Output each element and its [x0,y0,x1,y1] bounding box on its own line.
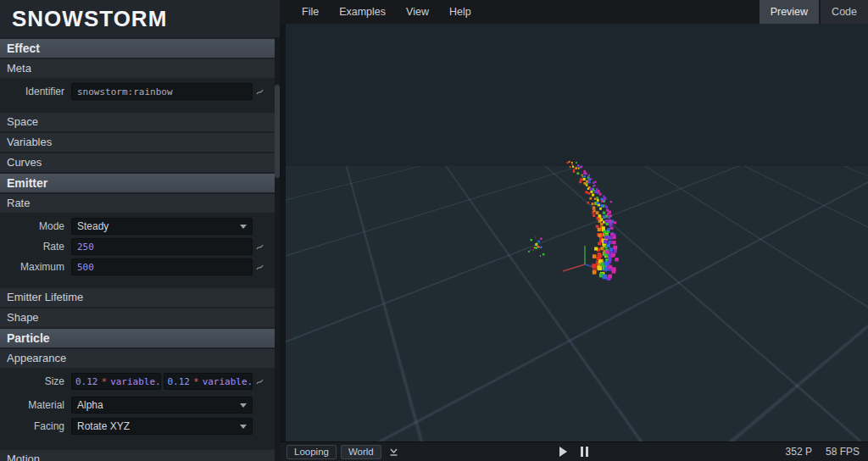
identifier-label: Identifier [0,86,71,97]
fps-counter: 58 FPS [826,446,860,458]
material-label: Material [0,399,71,411]
section-effect[interactable]: Effect [0,39,280,58]
section-shape[interactable]: Shape [0,308,280,327]
section-emitter-lifetime[interactable]: Emitter Lifetime [0,288,280,307]
section-variables[interactable]: Variables [0,133,280,152]
expression-toggle-icon[interactable] [253,239,266,254]
facing-select-value: Rotate XYZ [77,420,130,432]
world-button[interactable]: World [341,445,381,459]
expression-toggle-icon[interactable] [253,259,266,275]
pause-button[interactable] [581,447,588,457]
rate-row: Rate [0,238,280,255]
mode-row: Mode Steady [0,218,280,235]
menubar: File Examples View Help Preview Code [280,0,868,24]
maximum-row: Maximum [0,258,280,275]
section-meta[interactable]: Meta [0,59,280,78]
tab-code[interactable]: Code [821,0,868,24]
rate-input[interactable] [71,238,253,255]
main-region: File Examples View Help Preview Code [280,0,868,461]
identifier-input[interactable] [71,83,253,100]
chevron-down-icon [240,225,247,229]
section-curves[interactable]: Curves [0,153,280,172]
chevron-down-icon [240,403,247,408]
size-row: Size 0.12 * variable.p 0.12 * variable.p [0,373,280,390]
menu-view[interactable]: View [396,0,439,24]
section-appearance[interactable]: Appearance [0,349,280,368]
facing-select[interactable]: Rotate XYZ [71,418,253,435]
size-x-operator: * [102,376,108,387]
size-inputs: 0.12 * variable.p 0.12 * variable.p [71,373,253,390]
maximum-label: Maximum [0,261,71,273]
size-x-input[interactable]: 0.12 * variable.p [71,373,161,390]
rate-label: Rate [0,241,71,253]
size-y-variable: variable.p [203,376,253,387]
appearance-fields: Size 0.12 * variable.p 0.12 * variable.p [0,368,280,448]
section-rate[interactable]: Rate [0,194,280,213]
play-button[interactable] [559,447,567,457]
meta-fields: Identifier [0,78,280,111]
size-y-input[interactable]: 0.12 * variable.p [164,373,253,390]
section-emitter[interactable]: Emitter [0,174,280,192]
maximum-input[interactable] [71,258,253,275]
menu-examples[interactable]: Examples [329,0,396,24]
snowstorm-app: SNOWSTORM Effect Meta Identifier Space V… [0,0,868,461]
section-particle[interactable]: Particle [0,329,280,347]
section-space[interactable]: Space [0,113,280,131]
particle-count: 352 P [786,446,812,458]
preview-viewport[interactable] [286,24,868,442]
transport-controls [559,447,588,457]
app-title: SNOWSTORM [0,0,280,37]
facing-label: Facing [0,420,71,432]
ground-grid [286,166,868,442]
statusbar: Looping World 352 P 58 FPS [280,442,868,461]
material-row: Material Alpha [0,397,280,414]
size-y-number: 0.12 [168,376,191,387]
identifier-row: Identifier [0,83,280,100]
tab-preview[interactable]: Preview [760,0,819,24]
size-x-variable: variable.p [110,376,160,387]
size-x-number: 0.12 [75,376,98,387]
looping-button[interactable]: Looping [287,445,337,459]
chevron-down-icon [240,425,247,429]
material-select-value: Alpha [77,399,103,411]
size-y-operator: * [193,376,199,387]
rate-fields: Mode Steady Rate Maximum [0,213,280,286]
section-motion[interactable]: Motion [0,450,280,461]
statusbar-right: 352 P 58 FPS [786,446,860,458]
collapse-down-icon[interactable] [386,445,403,459]
expression-toggle-icon[interactable] [253,374,266,389]
mode-label: Mode [0,220,71,232]
expression-toggle-icon[interactable] [253,84,266,99]
mode-select-value: Steady [77,220,108,232]
view-tabs: Preview Code [760,0,868,24]
facing-row: Facing Rotate XYZ [0,418,280,435]
menu-file[interactable]: File [292,0,329,24]
menu-help[interactable]: Help [439,0,481,24]
material-select[interactable]: Alpha [71,397,253,414]
mode-select[interactable]: Steady [71,218,253,235]
size-label: Size [0,375,71,387]
sidebar: SNOWSTORM Effect Meta Identifier Space V… [0,0,280,461]
